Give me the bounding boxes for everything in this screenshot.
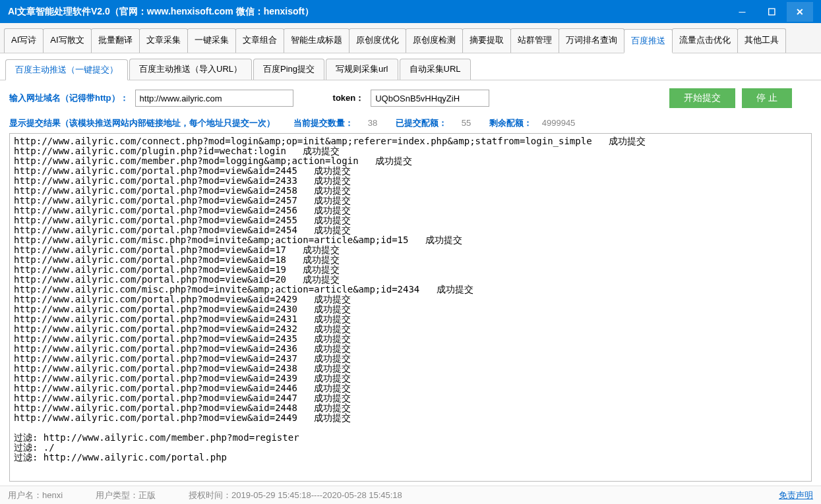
main-tabs: AI写诗AI写散文批量翻译文章采集一键采集文章组合智能生成标题原创度优化原创度检…: [0, 23, 821, 53]
sub-tab-2[interactable]: 百度Ping提交: [253, 59, 324, 80]
main-tab-14[interactable]: 其他工具: [737, 28, 786, 53]
main-tab-11[interactable]: 万词排名查询: [559, 28, 624, 53]
maximize-button[interactable]: ☐: [757, 2, 787, 22]
main-tab-6[interactable]: 智能生成标题: [284, 28, 350, 53]
usertype-label: 用户类型：: [96, 490, 138, 500]
username-value: henxi: [42, 490, 63, 500]
token-input[interactable]: [371, 90, 489, 107]
main-tab-9[interactable]: 摘要提取: [462, 28, 511, 53]
status-bar: 用户名：henxi 用户类型：正版 授权时间：2019-05-29 15:45:…: [0, 486, 821, 504]
sub-tab-3[interactable]: 写规则采集url: [326, 59, 398, 80]
disclaimer-link[interactable]: 免责声明: [779, 490, 813, 501]
start-button[interactable]: 开始提交: [669, 88, 735, 108]
remaining-quota-label: 剩余配额：: [489, 118, 532, 128]
main-tab-13[interactable]: 流量点击优化: [672, 28, 738, 53]
main-tab-2[interactable]: 批量翻译: [91, 28, 140, 53]
sub-tab-4[interactable]: 自动采集URL: [400, 59, 471, 80]
window-title: AI文章智能处理软件V2.0（官网：www.henxisoft.com 微信：h…: [8, 6, 727, 18]
main-tab-0[interactable]: AI写诗: [4, 28, 44, 53]
current-count-value: 38: [368, 118, 377, 128]
main-tab-1[interactable]: AI写散文: [43, 28, 91, 53]
token-label: token：: [333, 92, 365, 104]
auth-value: 2019-05-29 15:45:18----2020-05-28 15:45:…: [231, 490, 402, 500]
main-tab-12[interactable]: 百度推送: [624, 29, 673, 53]
sub-tab-1[interactable]: 百度主动推送（导入URL）: [129, 59, 252, 80]
sub-tabs: 百度主动推送（一键提交）百度主动推送（导入URL）百度Ping提交写规则采集ur…: [0, 53, 821, 80]
auth-label: 授权时间：: [189, 490, 231, 500]
input-row: 输入网址域名（记得带http）： token： 开始提交 停 止: [9, 88, 812, 108]
main-tab-4[interactable]: 一键采集: [187, 28, 236, 53]
url-input[interactable]: [135, 90, 293, 107]
main-tab-3[interactable]: 文章采集: [139, 28, 188, 53]
stats-row: 显示提交结果（该模块推送网站内部链接地址，每个地址只提交一次） 当前提交数量： …: [9, 117, 812, 129]
result-label: 显示提交结果（该模块推送网站内部链接地址，每个地址只提交一次）: [9, 117, 275, 129]
sub-tab-0[interactable]: 百度主动推送（一键提交）: [5, 59, 128, 80]
submitted-quota-label: 已提交配额：: [396, 118, 447, 128]
titlebar: AI文章智能处理软件V2.0（官网：www.henxisoft.com 微信：h…: [0, 0, 821, 23]
close-button[interactable]: ✕: [787, 2, 813, 22]
remaining-quota-value: 4999945: [542, 118, 576, 128]
minimize-button[interactable]: ─: [727, 2, 757, 22]
url-label: 输入网址域名（记得带http）：: [9, 92, 129, 104]
main-tab-8[interactable]: 原创度检测: [406, 28, 463, 53]
current-count-label: 当前提交数量：: [293, 118, 353, 128]
stop-button[interactable]: 停 止: [742, 88, 792, 108]
submitted-quota-value: 55: [462, 118, 471, 128]
log-output[interactable]: http://www.ailyric.com/connect.php?mod=l…: [9, 133, 812, 482]
main-tab-7[interactable]: 原创度优化: [349, 28, 406, 53]
main-tab-10[interactable]: 站群管理: [510, 28, 559, 53]
username-label: 用户名：: [8, 490, 42, 500]
usertype-value: 正版: [138, 490, 156, 500]
main-tab-5[interactable]: 文章组合: [235, 28, 284, 53]
